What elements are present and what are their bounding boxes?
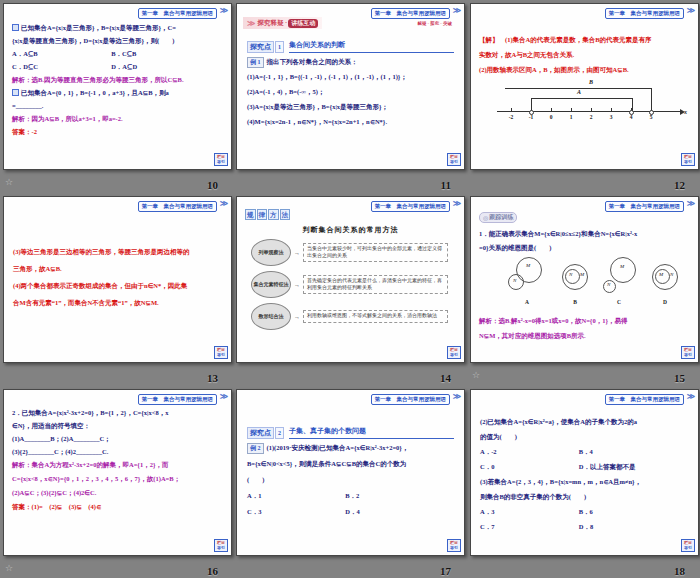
solution-line: 实数对，故A与B之间无包含关系.	[479, 47, 690, 62]
options-row: A．1B．2	[247, 488, 456, 504]
option-c: C．7	[480, 519, 579, 534]
explore-point-number: 2	[275, 427, 284, 439]
page-number: 18	[674, 565, 685, 577]
options-row: A．3B．6	[480, 504, 690, 519]
list-item: (3)A={x|x是等边三角形}，B={x|x是等腰三角形}；	[247, 99, 456, 114]
tick-label: 2	[585, 114, 597, 120]
method-oval: 集合元素特征法	[251, 271, 291, 298]
question-line: 1．能正确表示集合M={x∈R|0≤x≤2}和集合N={x∈R|x²-x	[479, 227, 690, 241]
chevron-right-icon: ≫	[453, 199, 461, 208]
venn-option-b: N M B	[555, 257, 595, 305]
chevron-right-icon: ≫	[220, 392, 228, 401]
chapter-header: 第一章 集合与常用逻辑用语	[605, 394, 685, 405]
option-a: A．3	[480, 504, 579, 519]
grid-cell: 第一章 集合与常用逻辑用语 ≫ 规律方法 判断集合间关系的常用方法 列举观察法 …	[233, 193, 466, 386]
solution-line: 【解】 (1)集合A的代表元素是数，集合B的代表元素是有序	[479, 32, 690, 47]
explore-point-row: 探究点 2 子集、真子集的个数问题	[247, 426, 454, 439]
tick-label: 0	[545, 114, 557, 120]
explore-point-title: 子集、真子集的个数问题	[289, 426, 454, 439]
method-description: 利用数轴或维恩图，不等式解集之间的关系，适合用数轴法	[303, 310, 448, 323]
arrow-right-icon: →	[294, 250, 300, 256]
grid-cell: 第一章 集合与常用逻辑用语 ≫ 探究点 2 子集、真子集的个数问题 例 2 (1…	[233, 386, 466, 578]
option-b: B．C⊆B	[111, 47, 136, 60]
chapter-header: 第一章 集合与常用逻辑用语	[605, 8, 685, 19]
fill-blank-line: (1)A________B；(2)A________C；	[12, 432, 223, 445]
slide-thumbnail-16[interactable]: 第一章 集合与常用逻辑用语 ≫ 2．已知集合A={x|x²-3x+2=0}，B=…	[3, 389, 232, 556]
slide-thumbnail-18[interactable]: 第一章 集合与常用逻辑用语 ≫ (2)已知集合A={x∈R|x²=a}，使集合A…	[470, 389, 699, 556]
chapter-header: 第一章 集合与常用逻辑用语	[138, 201, 218, 212]
option-b: B．2	[345, 488, 359, 504]
page-number: 13	[207, 372, 218, 384]
explore-point-row: 探究点 1 集合间关系的判断	[247, 40, 454, 53]
option-b: B．4	[579, 444, 593, 459]
options-row: A．A⊆BB．C⊆B	[12, 47, 223, 60]
analysis-line: 解析：选B.因为等腰直角三角形必为等腰三角形，所以C⊆B.	[12, 73, 223, 86]
tick-label: 5	[645, 114, 657, 120]
watermark-icon: ☆	[472, 370, 480, 380]
question-line: 2．已知集合A={x|x²-3x+2=0}，B={1，2}，C={x|x<8，x	[12, 406, 223, 419]
slide-thumbnail-13[interactable]: 第一章 集合与常用逻辑用语 ≫ (3)等边三角形是三边相等的三角形，等腰三角形是…	[3, 196, 232, 363]
analysis-line: 解析：因为A⊆B，所以a+3=1，即a=-2.	[12, 112, 223, 125]
grid-cell: 第一章 集合与常用逻辑用语 ≫ 已知集合A={x|x是三角形}，B={x|x是等…	[0, 0, 233, 193]
nav-corner-badge[interactable]: 栏目导引	[214, 153, 228, 166]
options-row: A．-2B．4	[480, 444, 690, 459]
circle-n	[565, 269, 580, 284]
example-intro: 指出下列各对集合之间的关系：	[267, 58, 358, 67]
question-line: (3)若集合A={2，3，4}，B={x|x=mn，m，n∈A且m≠n}，	[480, 474, 690, 489]
chapter-header: 第一章 集合与常用逻辑用语	[371, 201, 451, 212]
nav-corner-badge[interactable]: 栏目导引	[447, 153, 461, 166]
nav-corner-badge[interactable]: 栏目导引	[681, 539, 695, 552]
tick-label: -2	[505, 114, 517, 120]
slide-thumbnail-17[interactable]: 第一章 集合与常用逻辑用语 ≫ 探究点 2 子集、真子集的个数问题 例 2 (1…	[236, 389, 465, 556]
slide-grid-view: 第一章 集合与常用逻辑用语 ≫ 已知集合A={x|x是三角形}，B={x|x是等…	[0, 0, 700, 578]
options-row: C．D⊆CD．A⊆D	[12, 60, 223, 73]
chevron-right-icon: ≫	[687, 392, 695, 401]
chevron-right-icon: ≫	[220, 6, 228, 15]
nav-corner-badge[interactable]: 栏目导引	[447, 539, 461, 552]
question-line: 的值为( )	[480, 429, 690, 444]
chapter-header: 第一章 集合与常用逻辑用语	[138, 394, 218, 405]
explore-point-label: 探究点	[247, 41, 274, 53]
number-line-diagram: B A -2 -1 0 1 2 3 4 5	[497, 82, 692, 126]
slide-thumbnail-14[interactable]: 第一章 集合与常用逻辑用语 ≫ 规律方法 判断集合间关系的常用方法 列举观察法 …	[236, 196, 465, 363]
watermark-icon: ☆	[5, 563, 13, 573]
nav-corner-badge[interactable]: 栏目导引	[681, 153, 695, 166]
method-diagram: 列举观察法 → 当集合中元素较少时，可列出集合中的全部元素，通过定义得出集合之间…	[251, 239, 448, 335]
option-c: C．0	[480, 459, 579, 474]
slide-thumbnail-10[interactable]: 第一章 集合与常用逻辑用语 ≫ 已知集合A={x|x是三角形}，B={x|x是等…	[3, 3, 232, 170]
slide-thumbnail-11[interactable]: 第一章 集合与常用逻辑用语 ≫ ≫ 探究释疑 · 讲练互动 解疑 · 探究 · …	[236, 3, 465, 170]
bullet-icon	[12, 24, 19, 31]
question-line: ∈N}，用适当的符号填空：	[12, 419, 223, 432]
slide-thumbnail-15[interactable]: 第一章 集合与常用逻辑用语 ≫ ◎ 跟踪训练 1．能正确表示集合M={x∈R|0…	[470, 196, 699, 363]
chapter-header: 第一章 集合与常用逻辑用语	[371, 8, 451, 19]
circle-m	[610, 257, 636, 283]
method-row: 数形结合法 → 利用数轴或维恩图，不等式解集之间的关系，适合用数轴法	[251, 303, 448, 330]
option-d: D．8	[579, 519, 593, 534]
nav-corner-badge[interactable]: 栏目导引	[214, 539, 228, 552]
example-badge: 例 2	[247, 443, 264, 454]
method-row: 列举观察法 → 当集合中元素较少时，可列出集合中的全部元素，通过定义得出集合之间…	[251, 239, 448, 266]
question-line: ( )	[247, 472, 456, 488]
method-description: 当集合中元素较少时，可列出集合中的全部元素，通过定义得出集合之间的关系	[303, 243, 448, 262]
nav-corner-badge[interactable]: 栏目导引	[681, 346, 695, 359]
analysis-line: C={x|x<8，x∈N}={0，1，2，3，4，5，6，7}，故(1)A=B；	[12, 472, 223, 486]
nav-corner-badge[interactable]: 栏目导引	[447, 346, 461, 359]
page-number: 12	[674, 179, 685, 191]
tick-label: 4	[625, 114, 637, 120]
question-line: 已知集合A={0，1}，B={-1，0，a+3}，且A⊆B，则a	[12, 86, 223, 99]
page-number: 11	[441, 179, 451, 191]
grid-cell: 第一章 集合与常用逻辑用语 ≫ ≫ 探究释疑 · 讲练互动 解疑 · 探究 · …	[233, 0, 466, 193]
arrow-right-icon: →	[294, 314, 300, 320]
venn-options: M N A N M B M N C	[471, 257, 698, 307]
tick-label: 1	[565, 114, 577, 120]
fill-blank-line: (3){2}________C；(4)2________C.	[12, 445, 223, 458]
option-d: D．以上答案都不是	[579, 459, 636, 474]
solution-line: (3)等边三角形是三边相等的三角形，等腰三角形是两边相等的	[13, 243, 223, 260]
question-line: (1)(2019·安庆检测)已知集合A={x∈R|x²-3x+2=0}，	[267, 444, 409, 453]
slide-thumbnail-12[interactable]: 第一章 集合与常用逻辑用语 ≫ 【解】 (1)集合A的代表元素是数，集合B的代表…	[470, 3, 699, 170]
tick-label: 3	[605, 114, 617, 120]
venn-option-c: M N C	[599, 257, 639, 305]
nav-corner-badge[interactable]: 栏目导引	[214, 346, 228, 359]
solution-line: (4)两个集合都表示正奇数组成的集合，但由于n∈N*，因此集	[13, 277, 223, 294]
explore-point-label: 探究点	[247, 427, 274, 439]
